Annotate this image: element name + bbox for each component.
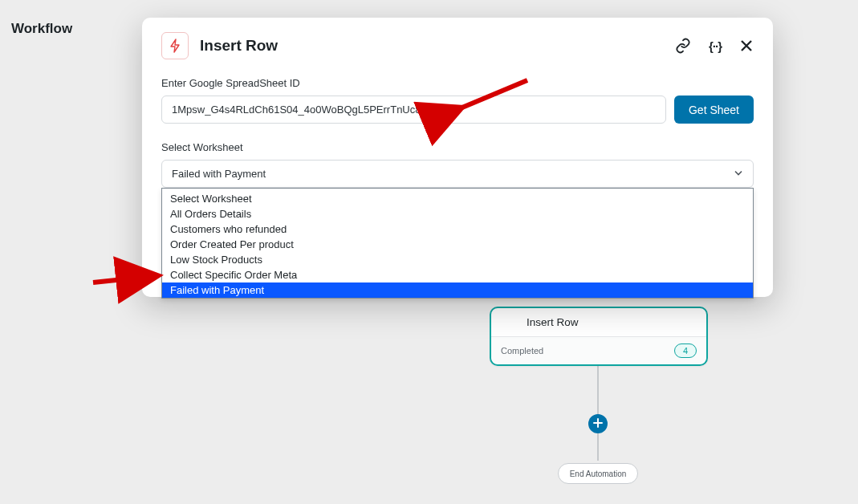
get-sheet-button[interactable]: Get Sheet — [674, 96, 754, 124]
worksheet-option[interactable]: Customers who refunded — [162, 222, 753, 237]
workflow-step-card[interactable]: Insert Row Completed 4 — [490, 307, 708, 366]
link-icon[interactable] — [675, 38, 691, 54]
annotation-arrow — [447, 74, 535, 122]
merge-tags-icon[interactable]: {··} — [709, 39, 722, 53]
svg-line-0 — [458, 80, 527, 109]
add-step-button[interactable] — [588, 414, 608, 433]
worksheet-selected-value: Failed with Payment — [172, 168, 266, 180]
insert-row-modal: Insert Row {··} Enter Google SpreadSheet… — [142, 18, 773, 297]
worksheet-option[interactable]: Order Created Per product — [162, 237, 753, 252]
close-icon[interactable] — [739, 39, 754, 53]
worksheet-option[interactable]: Select Worksheet — [162, 189, 753, 206]
svg-line-1 — [93, 276, 154, 282]
workflow-step-count-badge[interactable]: 4 — [674, 343, 697, 358]
worksheet-label: Select Worksheet — [161, 141, 754, 153]
annotation-arrow — [88, 260, 165, 299]
lightning-icon — [161, 32, 189, 59]
worksheet-option[interactable]: Collect Specific Order Meta — [162, 267, 753, 282]
modal-title: Insert Row — [200, 37, 664, 55]
plus-icon — [593, 417, 603, 431]
worksheet-option[interactable]: Failed with Payment — [162, 282, 753, 298]
spreadsheet-id-input[interactable] — [161, 96, 666, 124]
workflow-step-footer: Completed 4 — [491, 336, 706, 364]
workflow-step-status: Completed — [501, 346, 543, 356]
worksheet-dropdown: Select Worksheet All Orders Details Cust… — [161, 188, 754, 299]
worksheet-option[interactable]: All Orders Details — [162, 206, 753, 222]
workflow-step-action-label: Insert Row — [491, 308, 706, 336]
end-automation-pill[interactable]: End Automation — [558, 463, 638, 484]
worksheet-option[interactable]: Low Stock Products — [162, 252, 753, 267]
chevron-down-icon — [734, 168, 743, 180]
worksheet-select[interactable]: Failed with Payment — [161, 160, 754, 188]
page-title: Workflow — [11, 21, 72, 37]
